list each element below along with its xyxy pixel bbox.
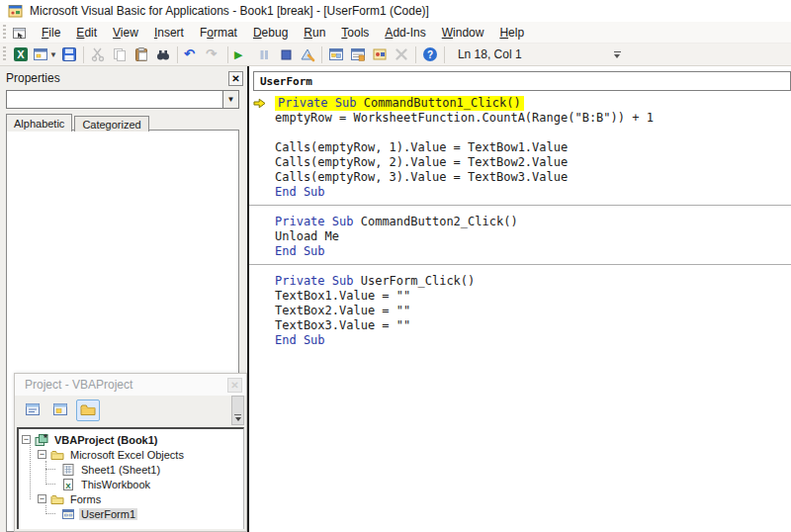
tree-connector — [30, 443, 31, 499]
help-button[interactable]: ? — [419, 44, 441, 65]
code-line[interactable]: TextBox2.Value = "" — [271, 304, 410, 318]
insert-userform-button[interactable]: ▼ — [32, 44, 58, 65]
view-microsoft-excel-button[interactable]: X — [10, 44, 32, 65]
menu-window[interactable]: Window — [434, 24, 492, 42]
code-window: UserForm Private Sub CommandButton1_Clic… — [247, 66, 791, 532]
tree-connector — [45, 513, 55, 514]
code-editor[interactable]: Private Sub CommandButton1_Click()emptyR… — [249, 92, 791, 532]
margin-indicator-bar — [249, 185, 271, 200]
properties-close-button[interactable]: ✕ — [228, 71, 243, 86]
copy-button[interactable] — [109, 44, 131, 65]
project-scrollbar[interactable] — [231, 396, 244, 425]
menu-help[interactable]: Help — [491, 24, 532, 42]
menu-insert[interactable]: Insert — [146, 24, 192, 42]
code-line[interactable]: End Sub — [271, 244, 325, 259]
margin-indicator-bar — [249, 126, 271, 140]
margin-indicator-bar — [249, 318, 271, 333]
code-line[interactable] — [271, 126, 282, 140]
project-close-button[interactable]: ✕ — [227, 378, 242, 393]
undo-button[interactable]: ↶ — [181, 44, 203, 65]
code-line[interactable]: emptyRow = WorksheetFunction.CountA(Rang… — [271, 111, 654, 126]
menu-tools[interactable]: Tools — [333, 24, 377, 42]
redo-button[interactable]: ↷ — [203, 44, 224, 65]
menu-file[interactable]: File — [34, 24, 68, 42]
toolbar-separator — [83, 46, 84, 63]
toolbar-options-button[interactable] — [614, 51, 621, 58]
vbaproject-icon — [35, 433, 48, 447]
menu-run[interactable]: Run — [296, 24, 333, 42]
procedure-separator — [249, 200, 791, 215]
save-icon — [61, 46, 77, 62]
code-row: TextBox3.Value = "" — [249, 318, 791, 333]
toolbar-separator — [444, 46, 445, 63]
tree-item-label: VBAProject (Book1) — [52, 434, 160, 446]
margin-indicator-bar — [249, 244, 271, 259]
folder-icon — [50, 492, 64, 506]
tab-alphabetic[interactable]: Alphabetic — [6, 114, 72, 132]
view-object-icon — [52, 401, 69, 420]
collapse-expander-icon[interactable]: − — [38, 494, 46, 503]
reset-button[interactable] — [275, 44, 297, 65]
code-row: Calls(emptyRow, 1).Value = TextBow1.Valu… — [249, 140, 791, 155]
collapse-expander-icon[interactable]: − — [38, 450, 46, 459]
properties-object-value — [7, 91, 222, 108]
code-line[interactable]: Calls(emptyRow, 3).Value = TextBow3.Valu… — [271, 170, 568, 185]
tree-item-forms[interactable]: −Forms — [19, 491, 243, 506]
menu-debug[interactable]: Debug — [245, 24, 296, 42]
code-row: Calls(emptyRow, 2).Value = TextBow2.Valu… — [249, 155, 791, 170]
tree-item-vbaproject-book1[interactable]: −VBAProject (Book1) — [19, 432, 243, 447]
code-line[interactable]: TextBox3.Value = "" — [271, 318, 410, 333]
chevron-down-icon[interactable]: ▼ — [222, 91, 238, 108]
dropdown-caret-icon[interactable]: ▼ — [49, 50, 57, 59]
margin-indicator-bar — [249, 333, 271, 348]
save-button[interactable] — [58, 44, 80, 65]
menu-bar: FileEditViewInsertFormatDebugRunToolsAdd… — [0, 22, 791, 44]
code-row: emptyRow = WorksheetFunction.CountA(Rang… — [249, 111, 791, 126]
view-code-button[interactable] — [21, 399, 44, 421]
userform-code-window-icon[interactable] — [12, 25, 28, 41]
code-line[interactable]: Private Sub UserForm_Click() — [271, 274, 475, 289]
paste-button[interactable] — [131, 44, 152, 65]
workbook-icon: X — [61, 478, 75, 491]
menu-items: FileEditViewInsertFormatDebugRunToolsAdd… — [34, 24, 532, 42]
code-row: Calls(emptyRow, 3).Value = TextBow3.Valu… — [249, 170, 791, 185]
svg-text:X: X — [17, 48, 25, 60]
properties-panel: Properties ✕ ▼ AlphabeticCategorized Pro… — [0, 66, 247, 532]
code-line[interactable]: Unload Me — [271, 229, 339, 244]
break-button[interactable] — [253, 44, 275, 65]
menu-view[interactable]: View — [105, 24, 146, 42]
project-explorer-button[interactable] — [325, 44, 347, 65]
object-browser-button[interactable] — [369, 44, 391, 65]
code-line[interactable]: Calls(emptyRow, 2).Value = TextBow2.Valu… — [271, 155, 568, 170]
menubar-grip[interactable] — [3, 25, 6, 41]
find-button[interactable] — [152, 44, 174, 65]
design-mode-button[interactable] — [297, 44, 318, 65]
menu-format[interactable]: Format — [192, 24, 245, 42]
code-line[interactable]: End Sub — [271, 185, 325, 200]
toolbar-grip[interactable] — [3, 46, 6, 62]
tree-connector — [45, 484, 55, 485]
cut-button[interactable] — [87, 44, 109, 65]
toggle-folders-button[interactable] — [76, 399, 100, 421]
break-icon — [256, 46, 272, 62]
code-line[interactable]: Private Sub CommandButton1_Click() — [275, 96, 524, 111]
code-line[interactable]: End Sub — [271, 333, 325, 348]
code-line[interactable]: Private Sub CommandButton2_Click() — [271, 215, 518, 229]
properties-object-dropdown[interactable]: ▼ — [6, 90, 239, 109]
toolbar-separator — [227, 46, 228, 63]
code-line[interactable]: TextBox1.Value = "" — [271, 289, 410, 304]
properties-window-button[interactable] — [347, 44, 369, 65]
menu-add-ins[interactable]: Add-Ins — [377, 24, 433, 42]
standard-toolbar: X▼↶↷▶? Ln 18, Col 1 — [0, 44, 791, 66]
tree-item-microsoft-excel-objects[interactable]: −Microsoft Excel Objects — [19, 447, 243, 462]
tab-categorized[interactable]: Categorized — [74, 116, 148, 132]
menu-edit[interactable]: Edit — [68, 24, 105, 42]
object-dropdown[interactable]: UserForm — [253, 71, 791, 91]
run-sub-button[interactable]: ▶ — [231, 44, 253, 65]
code-line[interactable]: Calls(emptyRow, 1).Value = TextBow1.Valu… — [271, 140, 568, 155]
toolbox-button[interactable] — [391, 44, 412, 65]
run-icon: ▶ — [234, 46, 250, 62]
undo-icon: ↶ — [184, 46, 200, 62]
view-object-button[interactable] — [48, 399, 72, 421]
toolbar-separator — [177, 46, 178, 63]
